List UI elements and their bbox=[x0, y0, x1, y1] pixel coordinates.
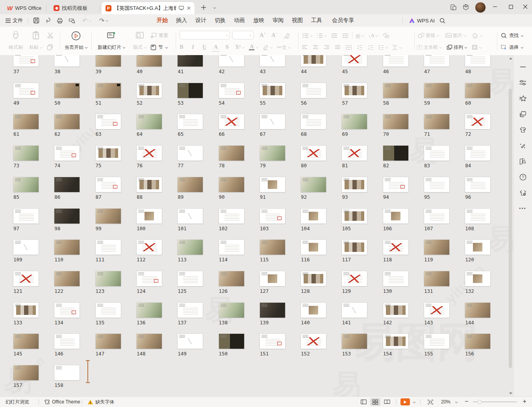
slide-thumbnail-116[interactable]: 116 bbox=[301, 240, 327, 263]
line-spacing-button[interactable] bbox=[377, 43, 389, 52]
slide-image[interactable] bbox=[260, 209, 285, 224]
slide-image[interactable] bbox=[342, 240, 367, 255]
slide-image[interactable] bbox=[383, 146, 408, 161]
slide-thumbnail-122[interactable]: 122 bbox=[54, 271, 80, 294]
design-theme-icon[interactable] bbox=[519, 126, 527, 134]
slide-thumbnail-126[interactable]: 126 bbox=[219, 271, 245, 294]
slide-thumbnail-74[interactable]: 74 bbox=[54, 146, 80, 168]
wps-ai-button[interactable]: WPS AI bbox=[407, 16, 436, 25]
slide-thumbnail-141[interactable]: 141 bbox=[342, 303, 368, 326]
slide-thumbnail-137[interactable]: 137 bbox=[178, 303, 204, 326]
slide-image[interactable] bbox=[13, 334, 39, 349]
slide-image[interactable] bbox=[137, 177, 162, 192]
theme-status[interactable]: Office Theme bbox=[44, 397, 80, 407]
slide-thumbnail-109[interactable]: 109 bbox=[13, 240, 39, 263]
smartart-convert-button[interactable] bbox=[381, 31, 390, 40]
slide-thumbnail-148[interactable]: 148 bbox=[137, 334, 163, 357]
slide-image[interactable] bbox=[424, 114, 449, 129]
slide-image[interactable] bbox=[137, 271, 162, 286]
slide-image[interactable] bbox=[137, 55, 162, 67]
slide-image[interactable] bbox=[301, 271, 326, 286]
slide-image[interactable] bbox=[96, 55, 121, 67]
zoom-out-button[interactable]: − bbox=[465, 398, 468, 405]
slide-image[interactable] bbox=[54, 114, 80, 129]
slide-image[interactable] bbox=[465, 55, 490, 67]
object-properties-icon[interactable] bbox=[519, 79, 527, 87]
slide-image[interactable] bbox=[13, 114, 39, 129]
numbered-list-button[interactable] bbox=[316, 31, 328, 40]
paste-button[interactable]: 粘贴 bbox=[28, 30, 44, 52]
slide-thumbnail-99[interactable]: 99 bbox=[96, 209, 122, 231]
slide-thumbnail-125[interactable]: 125 bbox=[178, 271, 204, 294]
slide-thumbnail-156[interactable]: 156 bbox=[465, 334, 491, 357]
slide-thumbnail-154[interactable]: 154 bbox=[383, 334, 409, 357]
slide-image[interactable] bbox=[260, 83, 285, 98]
slide-image[interactable] bbox=[219, 334, 244, 349]
slide-thumbnail-142[interactable]: 142 bbox=[383, 303, 409, 326]
slide-image[interactable] bbox=[96, 209, 121, 224]
slide-image[interactable] bbox=[54, 271, 80, 286]
slide-thumbnail-46[interactable]: 46 bbox=[383, 55, 409, 74]
slide-image[interactable] bbox=[219, 146, 244, 161]
slide-image[interactable] bbox=[301, 177, 326, 192]
slide-image[interactable] bbox=[301, 55, 326, 67]
slide-image[interactable] bbox=[260, 303, 285, 318]
font-color-button[interactable]: A bbox=[248, 43, 259, 52]
highlight-color-button[interactable] bbox=[262, 43, 273, 52]
fit-to-window-button[interactable] bbox=[425, 398, 436, 406]
slide-image[interactable] bbox=[301, 209, 326, 224]
ribbon-search-icon[interactable] bbox=[438, 16, 447, 25]
slide-thumbnail-108[interactable]: 108 bbox=[465, 209, 491, 231]
increase-font-button[interactable]: A+ bbox=[258, 31, 267, 40]
slide-image[interactable] bbox=[260, 334, 285, 349]
slide-image[interactable] bbox=[301, 114, 326, 129]
decrease-indent-button[interactable] bbox=[330, 31, 339, 40]
slide-thumbnail-123[interactable]: 123 bbox=[96, 271, 122, 294]
slide-thumbnail-155[interactable]: 155 bbox=[424, 334, 450, 357]
scroll-up-arrow[interactable] bbox=[509, 57, 512, 59]
textbox-button[interactable]: 文本框 bbox=[416, 43, 443, 52]
vertical-align-button[interactable] bbox=[391, 43, 402, 52]
slide-thumbnail-70[interactable]: 70 bbox=[383, 114, 409, 137]
close-window-button[interactable] bbox=[517, 0, 532, 13]
slideshow-options-chevron-icon[interactable] bbox=[412, 400, 415, 403]
slide-image[interactable] bbox=[465, 83, 490, 98]
superscript-button[interactable]: X² bbox=[234, 43, 245, 52]
slide-image[interactable] bbox=[13, 177, 39, 192]
slide-image[interactable] bbox=[137, 114, 162, 129]
slide-sorter-canvas[interactable]: 易易易易易易yitu.cnyitu.cnyitu.cn易图网 373839404… bbox=[0, 55, 513, 397]
bullet-list-button[interactable] bbox=[302, 31, 313, 40]
row-spacing-button[interactable] bbox=[366, 43, 375, 52]
slide-thumbnail-41[interactable]: 41 bbox=[178, 55, 204, 74]
slide-image[interactable] bbox=[219, 209, 244, 224]
slide-thumbnail-76[interactable]: 76 bbox=[137, 146, 163, 168]
slide-image[interactable] bbox=[13, 209, 39, 224]
slide-thumbnail-90[interactable]: 90 bbox=[219, 177, 245, 200]
justify-button[interactable] bbox=[333, 43, 342, 52]
slide-image[interactable] bbox=[465, 209, 490, 224]
vertical-scrollbar[interactable] bbox=[508, 55, 513, 397]
slide-thumbnail-106[interactable]: 106 bbox=[383, 209, 409, 231]
slide-thumbnail-84[interactable]: 84 bbox=[465, 146, 491, 168]
minimize-button[interactable] bbox=[487, 0, 503, 13]
slide-image[interactable] bbox=[465, 334, 490, 349]
slide-thumbnail-72[interactable]: 72 bbox=[465, 114, 491, 137]
slide-image[interactable] bbox=[137, 303, 162, 318]
slide-image[interactable] bbox=[54, 177, 80, 192]
slide-thumbnail-59[interactable]: 59 bbox=[424, 83, 450, 106]
slide-thumbnail-105[interactable]: 105 bbox=[342, 209, 368, 231]
slide-image[interactable] bbox=[219, 55, 244, 67]
slide-image[interactable] bbox=[383, 303, 408, 318]
slide-image[interactable] bbox=[137, 146, 162, 161]
slide-image[interactable] bbox=[342, 146, 367, 161]
slide-thumbnail-78[interactable]: 78 bbox=[219, 146, 245, 168]
slide-thumbnail-95[interactable]: 95 bbox=[424, 177, 450, 200]
slide-thumbnail-121[interactable]: 121 bbox=[13, 271, 39, 294]
slide-thumbnail-117[interactable]: 117 bbox=[342, 240, 368, 263]
slide-image[interactable] bbox=[383, 240, 408, 255]
slide-image[interactable] bbox=[260, 114, 285, 129]
output-convert-button[interactable] bbox=[43, 16, 52, 25]
slide-thumbnail-104[interactable]: 104 bbox=[301, 209, 327, 231]
tab-docer-templates[interactable]: 找稻壳模板 bbox=[50, 2, 99, 14]
slide-thumbnail-42[interactable]: 42 bbox=[219, 55, 245, 74]
